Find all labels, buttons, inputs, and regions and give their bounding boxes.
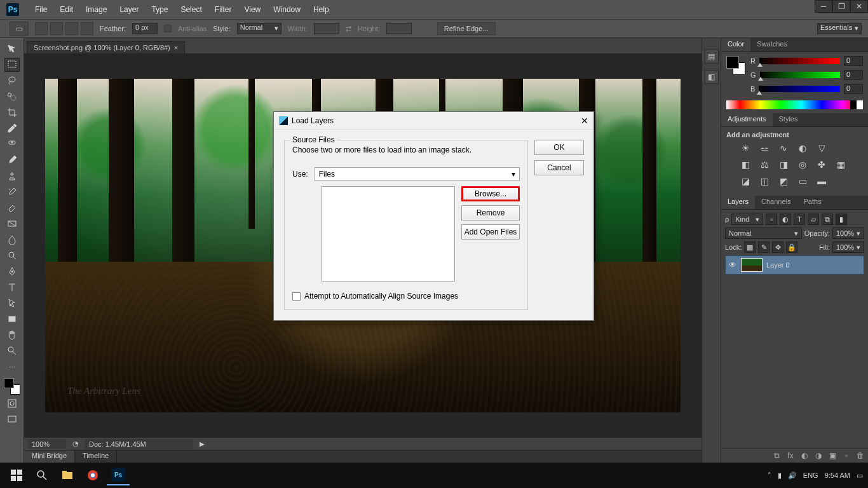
tray-notifications-icon[interactable]: ▭ [857, 471, 863, 480]
adj-hue-icon[interactable]: ◧ [739, 159, 752, 170]
delete-layer-icon[interactable]: 🗑 [855, 451, 865, 460]
r-value[interactable]: 0 [844, 56, 863, 66]
menu-file[interactable]: File [29, 5, 53, 14]
adj-brightness-icon[interactable]: ☀ [739, 142, 752, 154]
tab-color[interactable]: Color [721, 38, 750, 51]
type-tool[interactable] [4, 280, 20, 294]
menu-filter[interactable]: Filter [208, 5, 238, 14]
task-photoshop-icon[interactable]: Ps [107, 465, 130, 485]
lock-transparent-icon[interactable]: ▩ [744, 241, 756, 253]
brush-tool[interactable] [4, 153, 20, 167]
adj-bw-icon[interactable]: ◨ [777, 159, 790, 170]
adj-levels-icon[interactable]: ⚍ [758, 142, 771, 154]
r-slider[interactable] [759, 58, 840, 64]
zoom-tool[interactable] [4, 344, 20, 358]
tray-network-icon[interactable]: ▮ [778, 471, 782, 480]
path-select-tool[interactable] [4, 296, 20, 310]
pen-tool[interactable] [4, 264, 20, 278]
tray-expand-icon[interactable]: ˄ [768, 471, 771, 480]
adj-posterize-icon[interactable]: ◫ [758, 175, 771, 187]
new-layer-icon[interactable]: ▫ [841, 451, 851, 460]
rectangle-tool[interactable] [4, 312, 20, 326]
window-minimize[interactable]: ─ [815, 0, 832, 13]
feather-input[interactable]: 0 px [132, 23, 158, 34]
adj-invert-icon[interactable]: ◪ [739, 175, 752, 187]
menu-view[interactable]: View [238, 5, 267, 14]
toolbox-more[interactable]: ⋯ [4, 360, 20, 374]
g-slider[interactable] [760, 72, 840, 78]
healing-brush-tool[interactable] [4, 137, 20, 151]
filter-type-icon[interactable]: T [794, 214, 805, 225]
selection-subtract[interactable] [65, 22, 78, 35]
adj-mixer-icon[interactable]: ✤ [815, 159, 828, 170]
tab-layers[interactable]: Layers [721, 196, 755, 209]
tray-clock[interactable]: 9:54 AM [825, 471, 850, 479]
eraser-tool[interactable] [4, 201, 20, 215]
adj-lut-icon[interactable]: ▦ [834, 159, 847, 170]
dialog-close-icon[interactable]: ✕ [581, 116, 588, 126]
filter-shape-icon[interactable]: ▱ [808, 214, 819, 225]
layer-mask-icon[interactable]: ◐ [799, 451, 810, 460]
quick-mask[interactable] [4, 396, 20, 410]
fill-input[interactable]: 100% [832, 241, 864, 253]
history-panel-icon[interactable]: ▤ [705, 50, 719, 64]
document-tab[interactable]: Screenshot.png @ 100% (Layer 0, RGB/8#) … [27, 41, 185, 53]
blend-mode-select[interactable]: Normal [725, 227, 802, 239]
filter-smart-icon[interactable]: ⧉ [822, 214, 833, 225]
screen-mode[interactable] [4, 412, 20, 426]
document-tab-close[interactable]: × [174, 44, 178, 51]
b-slider[interactable] [759, 86, 840, 92]
filter-adjust-icon[interactable]: ◐ [780, 214, 791, 225]
files-listbox[interactable] [322, 186, 455, 281]
layer-item-0[interactable]: 👁 Layer 0 [725, 255, 864, 274]
style-select[interactable]: Normal [237, 23, 281, 34]
add-open-files-button[interactable]: Add Open Files [461, 224, 520, 240]
tray-volume-icon[interactable]: 🔊 [788, 471, 797, 480]
selection-add[interactable] [50, 22, 63, 35]
refine-edge-button[interactable]: Refine Edge... [437, 22, 496, 35]
filter-toggle[interactable]: ▮ [836, 214, 847, 225]
opacity-input[interactable]: 100% [832, 227, 864, 239]
ok-button[interactable]: OK [534, 140, 584, 155]
tab-adjustments[interactable]: Adjustments [721, 113, 773, 126]
task-explorer-icon[interactable] [56, 465, 79, 485]
tab-paths[interactable]: Paths [797, 196, 828, 209]
new-fill-icon[interactable]: ◑ [813, 451, 824, 460]
remove-button[interactable]: Remove [461, 205, 520, 220]
selection-intersect[interactable] [81, 22, 93, 35]
menu-edit[interactable]: Edit [53, 5, 79, 14]
filter-pixel-icon[interactable]: ▫ [766, 214, 777, 225]
g-value[interactable]: 0 [844, 70, 863, 80]
crop-tool[interactable] [4, 105, 20, 119]
dialog-titlebar[interactable]: Load Layers ✕ [274, 112, 593, 130]
properties-panel-icon[interactable]: ◧ [705, 70, 719, 84]
layer-visibility-icon[interactable]: 👁 [728, 261, 737, 269]
auto-align-checkbox[interactable] [292, 292, 301, 301]
tab-channels[interactable]: Channels [755, 196, 797, 209]
start-button[interactable] [5, 465, 28, 485]
lock-position-icon[interactable]: ✥ [772, 241, 783, 253]
tab-timeline[interactable]: Timeline [75, 451, 117, 463]
color-spectrum[interactable] [726, 100, 863, 109]
adj-exposure-icon[interactable]: ◐ [796, 142, 809, 154]
menu-layer[interactable]: Layer [113, 5, 145, 14]
status-docinfo[interactable]: Doc: 1.45M/1.45M [85, 439, 193, 449]
task-search-icon[interactable] [31, 465, 53, 485]
adj-photo-filter-icon[interactable]: ◎ [796, 159, 809, 170]
browse-button[interactable]: Browse... [461, 186, 520, 201]
move-tool[interactable] [4, 42, 20, 56]
b-value[interactable]: 0 [844, 84, 863, 94]
menu-type[interactable]: Type [145, 5, 174, 14]
lasso-tool[interactable] [4, 74, 20, 88]
window-close[interactable]: ✕ [850, 0, 868, 13]
color-fgbg[interactable] [4, 378, 20, 395]
adj-threshold-icon[interactable]: ◩ [777, 175, 790, 187]
cancel-button[interactable]: Cancel [534, 160, 584, 175]
workspace-select[interactable]: Essentials [817, 23, 862, 34]
task-chrome-icon[interactable] [81, 465, 104, 485]
filter-kind-select[interactable]: Kind [731, 214, 763, 225]
clone-stamp-tool[interactable] [4, 169, 20, 183]
history-brush-tool[interactable] [4, 185, 20, 199]
tab-swatches[interactable]: Swatches [750, 38, 794, 51]
status-zoom[interactable]: 100% [28, 439, 66, 449]
